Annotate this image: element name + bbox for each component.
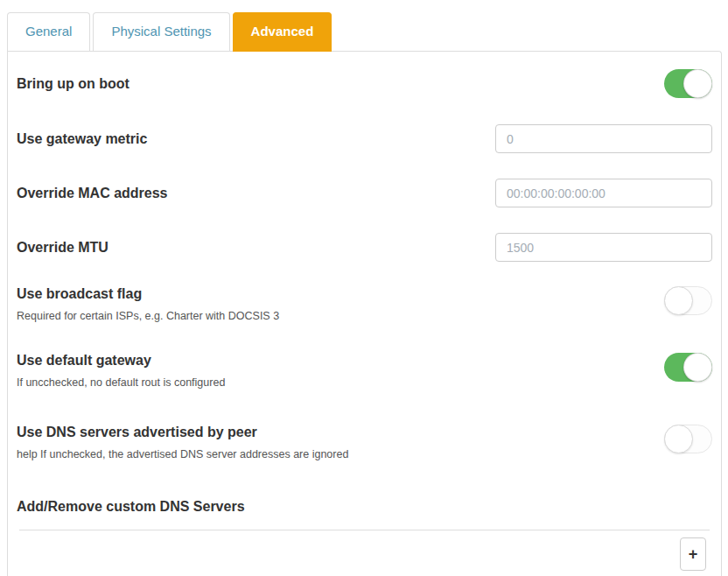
setting-row-gateway-metric: Use gateway metric: [17, 124, 712, 153]
tab-bar: General Physical Settings Advanced: [7, 12, 722, 51]
interface-settings-page: General Physical Settings Advanced Bring…: [0, 0, 728, 576]
broadcast-flag-label: Use broadcast flag: [17, 286, 279, 302]
default-gateway-text: Use default gateway If uncchecked, no de…: [17, 353, 225, 390]
peer-dns-label: Use DNS servers advertised by peer: [17, 425, 348, 440]
broadcast-flag-toggle[interactable]: [664, 286, 712, 315]
bring-up-on-boot-toggle[interactable]: [664, 69, 712, 98]
default-gateway-help: If uncchecked, no default rout is config…: [17, 376, 225, 390]
tab-advanced[interactable]: Advanced: [233, 12, 332, 52]
bring-up-on-boot-label: Bring up on boot: [17, 76, 130, 92]
setting-row-default-gateway: Use default gateway If uncchecked, no de…: [17, 353, 712, 390]
section-divider: [19, 530, 710, 530]
peer-dns-help: help If unchecked, the advertised DNS se…: [17, 448, 348, 461]
mtu-input[interactable]: [495, 233, 712, 262]
peer-dns-toggle[interactable]: [664, 425, 712, 453]
mac-address-label: Override MAC address: [17, 186, 168, 201]
default-gateway-label: Use default gateway: [17, 353, 225, 369]
mtu-label: Override MTU: [17, 240, 108, 256]
setting-row-mac-address: Override MAC address: [17, 179, 712, 207]
advanced-settings-panel: Bring up on boot Use gateway metric Over…: [7, 51, 722, 576]
gateway-metric-input[interactable]: [495, 124, 712, 153]
default-gateway-toggle[interactable]: [664, 353, 712, 382]
broadcast-flag-help: Required for certain ISPs, e.g. Charter …: [17, 310, 279, 323]
gateway-metric-label: Use gateway metric: [17, 131, 147, 147]
custom-dns-heading: Add/Remove custom DNS Servers: [17, 499, 712, 515]
setting-row-broadcast-flag: Use broadcast flag Required for certain …: [17, 286, 712, 323]
toggle-knob: [683, 353, 712, 382]
toggle-knob: [664, 425, 693, 453]
custom-dns-add-row: +: [17, 537, 712, 571]
tab-physical-settings[interactable]: Physical Settings: [93, 12, 229, 51]
tab-general[interactable]: General: [7, 12, 90, 51]
mac-address-input[interactable]: [495, 179, 712, 207]
setting-row-mtu: Override MTU: [17, 233, 712, 262]
toggle-knob: [664, 286, 693, 315]
peer-dns-text: Use DNS servers advertised by peer help …: [17, 425, 348, 461]
toggle-knob: [683, 69, 712, 98]
setting-row-bring-up-on-boot: Bring up on boot: [17, 69, 712, 98]
add-dns-server-button[interactable]: +: [680, 537, 706, 571]
plus-icon: +: [689, 546, 698, 562]
setting-row-peer-dns: Use DNS servers advertised by peer help …: [17, 425, 712, 461]
broadcast-flag-text: Use broadcast flag Required for certain …: [17, 286, 279, 323]
